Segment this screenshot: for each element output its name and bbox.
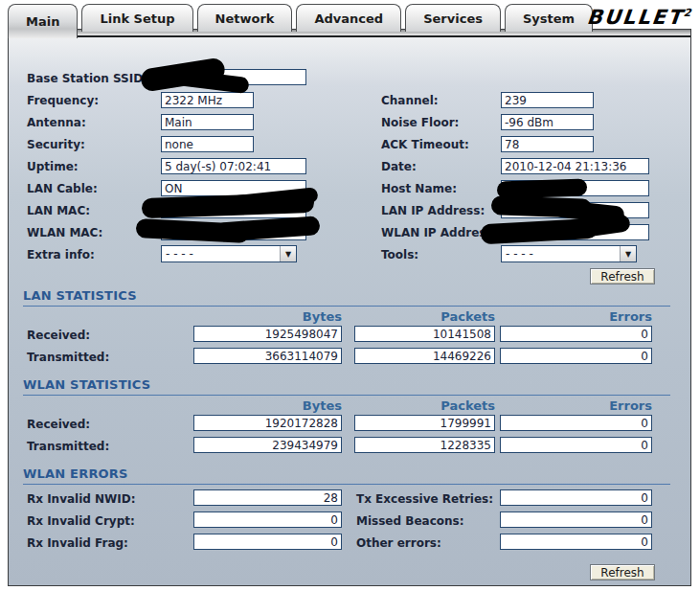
tools-select[interactable]: - - - - ▼ (501, 245, 637, 262)
lan-ip-label: LAN IP Address: (381, 204, 485, 217)
extra-info-selected-value: - - - - (162, 246, 280, 261)
lan-transmitted-bytes-input[interactable] (193, 348, 342, 364)
bullet-logo: BULLET2 (586, 6, 692, 29)
chevron-down-icon[interactable]: ▼ (620, 246, 636, 261)
wlan-statistics-title: WLAN STATISTICS (23, 377, 670, 396)
date-label: Date: (381, 160, 417, 173)
tx-excessive-retries-input[interactable] (500, 489, 652, 506)
rx-invalid-frag-label: Rx Invalid Frag: (27, 536, 128, 550)
extra-info-label: Extra info: (27, 248, 95, 261)
uptime-label: Uptime: (27, 160, 79, 173)
lan-received-errors-input[interactable] (500, 326, 652, 342)
tab-services[interactable]: Services (405, 4, 501, 32)
channel-input[interactable] (501, 92, 594, 108)
tools-selected-value: - - - - (502, 246, 620, 261)
rx-invalid-crypt-input[interactable] (193, 511, 342, 528)
wlan-col-errors: Errors (500, 398, 652, 413)
refresh-button-top[interactable]: Refresh (590, 268, 655, 284)
security-label: Security: (27, 138, 85, 151)
wlan-col-bytes: Bytes (193, 398, 342, 413)
uptime-input[interactable] (161, 158, 306, 174)
refresh-button-bottom[interactable]: Refresh (590, 564, 655, 580)
other-errors-input[interactable] (500, 534, 652, 550)
wlan-transmitted-label: Transmitted: (27, 440, 109, 453)
wlan-received-packets-input[interactable] (354, 415, 495, 431)
tx-excessive-retries-label: Tx Excessive Retries: (356, 492, 493, 506)
wlan-errors-title: WLAN ERRORS (23, 466, 670, 485)
tab-system[interactable]: System (505, 4, 593, 32)
tools-label: Tools: (381, 248, 418, 261)
lan-statistics-title: LAN STATISTICS (23, 288, 670, 307)
ack-timeout-input[interactable] (501, 136, 594, 152)
tab-advanced[interactable]: Advanced (296, 4, 401, 32)
lan-received-packets-input[interactable] (354, 326, 495, 342)
lan-col-packets: Packets (354, 309, 495, 324)
wlan-transmitted-errors-input[interactable] (500, 437, 652, 453)
lan-received-bytes-input[interactable] (193, 326, 342, 342)
noise-floor-input[interactable] (501, 114, 594, 130)
lan-received-label: Received: (27, 329, 90, 342)
rx-invalid-nwid-input[interactable] (193, 489, 342, 506)
wlan-mac-label: WLAN MAC: (27, 226, 102, 239)
wlan-received-label: Received: (27, 418, 90, 431)
tab-bar: Main Link Setup Network Advanced Service… (8, 4, 593, 38)
missed-beacons-label: Missed Beacons: (356, 514, 463, 528)
frequency-input[interactable] (161, 92, 254, 108)
wlan-received-bytes-input[interactable] (193, 415, 342, 431)
ssid-label: Base Station SSID: (27, 72, 147, 85)
lan-transmitted-label: Transmitted: (27, 351, 109, 364)
rx-invalid-frag-input[interactable] (193, 534, 342, 550)
frequency-label: Frequency: (27, 94, 99, 107)
ack-timeout-label: ACK Timeout: (381, 138, 469, 151)
rx-invalid-crypt-label: Rx Invalid Crypt: (27, 514, 135, 528)
extra-info-select[interactable]: - - - - ▼ (161, 245, 297, 262)
lan-transmitted-packets-input[interactable] (354, 348, 495, 364)
lan-mac-label: LAN MAC: (27, 204, 90, 217)
wlan-transmitted-bytes-input[interactable] (193, 437, 342, 453)
date-input[interactable] (501, 158, 649, 174)
lan-transmitted-errors-input[interactable] (500, 348, 652, 364)
security-input[interactable] (161, 136, 254, 152)
other-errors-label: Other errors: (356, 536, 441, 550)
host-name-label: Host Name: (381, 182, 457, 195)
wlan-received-errors-input[interactable] (500, 415, 652, 431)
lan-col-bytes: Bytes (193, 309, 342, 324)
noise-floor-label: Noise Floor: (381, 116, 459, 129)
chevron-down-icon[interactable]: ▼ (280, 246, 296, 261)
rx-invalid-nwid-label: Rx Invalid NWID: (27, 492, 136, 506)
antenna-label: Antenna: (27, 116, 86, 129)
wlan-col-packets: Packets (354, 398, 495, 413)
lan-cable-label: LAN Cable: (27, 182, 98, 195)
lan-col-errors: Errors (500, 309, 652, 324)
missed-beacons-input[interactable] (500, 511, 652, 528)
tab-network[interactable]: Network (197, 4, 293, 32)
wlan-transmitted-packets-input[interactable] (354, 437, 495, 453)
channel-label: Channel: (381, 94, 439, 107)
tab-main[interactable]: Main (8, 4, 78, 38)
antenna-input[interactable] (161, 114, 254, 130)
tab-link-setup[interactable]: Link Setup (81, 4, 192, 32)
